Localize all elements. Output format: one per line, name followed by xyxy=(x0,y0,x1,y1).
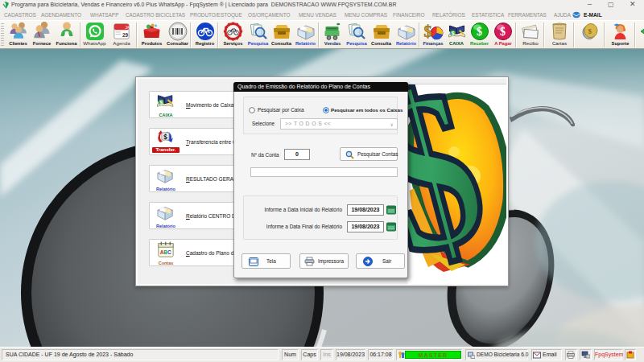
svg-text:$: $ xyxy=(477,26,482,38)
svg-text:ABC: ABC xyxy=(160,249,171,255)
svg-text:$: $ xyxy=(159,99,163,106)
svg-text:JAN: JAN xyxy=(126,26,130,30)
svg-text:$: $ xyxy=(423,23,431,40)
svg-text:$: $ xyxy=(588,27,592,35)
svg-text:$: $ xyxy=(500,26,506,38)
svg-text:$: $ xyxy=(451,31,454,37)
svg-text:$: $ xyxy=(163,133,167,141)
svg-text:29: 29 xyxy=(122,32,129,38)
